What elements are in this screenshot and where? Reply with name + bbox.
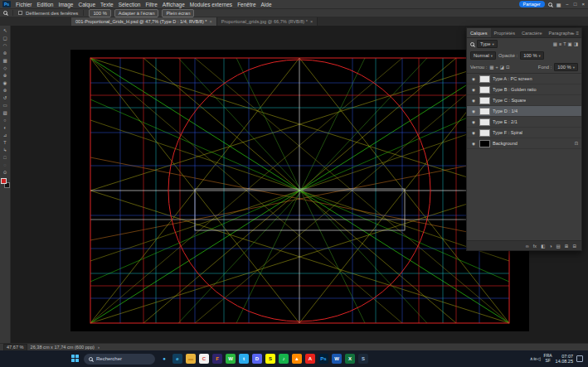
scroll-all-windows-checkbox[interactable] <box>18 11 22 15</box>
photoshop-icon[interactable]: Ps <box>318 354 328 364</box>
steam-icon[interactable]: S <box>358 354 368 364</box>
layer-row[interactable]: ◉ Type B : Golden ratio <box>467 85 581 95</box>
visibility-eye-icon[interactable]: ◉ <box>470 109 477 113</box>
close-button[interactable]: × <box>581 2 586 7</box>
panel-collapse-icon[interactable]: » <box>571 31 574 36</box>
whatsapp-icon[interactable]: W <box>226 354 236 364</box>
taskbar-search[interactable]: Rechercher <box>84 354 155 365</box>
document-tab-jpg[interactable]: Proportional_grids.jpg @ 66,7% (RVB/8) *… <box>217 17 318 26</box>
zoom-100-button[interactable]: 100 % <box>89 9 110 17</box>
minimize-button[interactable]: − <box>565 2 570 7</box>
menu-item[interactable]: Calque <box>75 2 98 7</box>
panel-menu-icon[interactable]: ≡ <box>576 31 579 36</box>
word-icon[interactable]: W <box>332 354 342 364</box>
adjustment-layer-icon[interactable]: ◑ <box>549 244 552 249</box>
pen-tool[interactable]: ⊿ <box>1 131 10 138</box>
lock-transparency-icon[interactable]: ▦ <box>489 65 493 70</box>
artboard[interactable] <box>70 50 529 331</box>
telegram-icon[interactable]: t <box>239 354 249 364</box>
visibility-eye-icon[interactable]: ◉ <box>470 88 477 92</box>
fit-screen-button[interactable]: Adapter à l'écran <box>114 9 159 17</box>
full-screen-button[interactable]: Plein écran <box>162 9 194 17</box>
layer-effects-icon[interactable]: fx <box>533 244 537 249</box>
zoom-tool[interactable]: ⊙ <box>1 168 10 176</box>
eraser-tool[interactable]: ▭ <box>1 101 10 109</box>
foreground-color-swatch[interactable] <box>1 178 7 184</box>
tab-close-icon[interactable]: × <box>210 19 212 24</box>
clock[interactable]: 07:07 14.08.25 <box>556 354 573 365</box>
panel-tab-calques[interactable]: Calques <box>467 28 491 37</box>
blur-tool[interactable]: ○ <box>1 116 10 123</box>
layer-row[interactable]: ◉ Type E : 2/1 <box>467 117 581 128</box>
menu-item[interactable]: Affichage <box>160 2 187 7</box>
visibility-eye-icon[interactable]: ◉ <box>470 77 477 81</box>
status-chevron-icon[interactable]: › <box>98 345 100 350</box>
history-brush-tool[interactable]: ↺ <box>1 94 10 101</box>
eyedropper-tool[interactable]: ◇ <box>1 64 10 71</box>
firefox-icon[interactable]: F <box>212 354 222 364</box>
chrome-icon[interactable]: C <box>199 354 209 364</box>
gradient-tool[interactable]: ▨ <box>1 109 10 116</box>
document-tab-psd[interactable]: 001-Proportional_Grids_H.psd @ 47,7% (Ty… <box>71 17 217 26</box>
visibility-eye-icon[interactable]: ◉ <box>470 120 477 124</box>
copilot-icon[interactable]: ● <box>159 354 169 364</box>
menu-item[interactable]: Filtre <box>143 2 159 7</box>
brush-tool[interactable]: ◉ <box>1 79 10 86</box>
filter-shape-layers-icon[interactable]: ▣ <box>568 41 572 46</box>
new-layer-icon[interactable]: ⊞ <box>565 244 569 249</box>
discord-icon[interactable]: D <box>252 354 262 364</box>
snapchat-icon[interactable]: S <box>265 354 275 364</box>
filter-adjustment-layers-icon[interactable]: ≡ <box>559 41 561 46</box>
delete-layer-icon[interactable]: ⊟ <box>572 244 576 249</box>
path-selection-tool[interactable]: ↳ <box>1 146 10 153</box>
type-tool[interactable]: T <box>1 138 10 146</box>
lasso-tool[interactable]: ◠ <box>1 41 10 49</box>
fill-select[interactable]: 100 % ▾ <box>554 63 578 71</box>
move-tool[interactable]: ↖ <box>1 27 10 34</box>
lock-all-icon[interactable]: ⊡ <box>506 65 510 70</box>
volume-icon[interactable]: ◁ <box>537 356 540 361</box>
menu-item[interactable]: Image <box>56 2 75 7</box>
visibility-eye-icon[interactable]: ◉ <box>470 99 477 103</box>
filter-type-layers-icon[interactable]: T <box>563 41 566 46</box>
quick-selection-tool[interactable]: ⊚ <box>1 49 10 56</box>
visibility-eye-icon[interactable]: ◉ <box>470 131 477 135</box>
panel-tab-caractere[interactable]: Caractère <box>518 28 546 37</box>
filter-smart-objects-icon[interactable]: ◨ <box>574 41 578 46</box>
share-button[interactable]: Partager <box>519 1 545 7</box>
language-indicator[interactable]: FRA SF <box>544 354 552 364</box>
menu-item[interactable]: Texte <box>98 2 116 7</box>
hand-tool[interactable]: ◌ <box>1 161 10 168</box>
vlc-icon[interactable]: ▲ <box>292 354 302 364</box>
maximize-button[interactable]: □ <box>573 2 578 7</box>
layer-row[interactable]: ◉ Background ⊡ <box>467 138 581 149</box>
layer-mask-icon[interactable]: ◧ <box>541 244 545 249</box>
opacity-select[interactable]: 100 % ▾ <box>520 51 544 60</box>
menu-item[interactable]: Fichier <box>13 2 35 7</box>
healing-brush-tool[interactable]: ⊕ <box>1 71 10 79</box>
artboard-svg[interactable] <box>70 50 529 331</box>
menu-item[interactable]: Fenêtre <box>235 2 258 7</box>
clone-stamp-tool[interactable]: ⊛ <box>1 86 10 94</box>
layer-row[interactable]: ◉ Type A : PC screen <box>467 74 581 85</box>
menu-item[interactable]: Sélection <box>116 2 143 7</box>
layer-group-icon[interactable]: ▤ <box>556 244 561 249</box>
link-layers-icon[interactable]: ∞ <box>526 244 529 249</box>
marquee-tool[interactable]: ▢ <box>1 34 10 41</box>
adobe-icon[interactable]: A <box>305 354 315 364</box>
visibility-eye-icon[interactable]: ◉ <box>470 142 477 146</box>
search-icon[interactable] <box>548 2 552 7</box>
edge-icon[interactable]: e <box>173 354 182 364</box>
layer-row[interactable]: ◉ Type C : Square <box>467 95 581 106</box>
dodge-tool[interactable]: ◐ <box>1 123 10 131</box>
excel-icon[interactable]: X <box>345 354 355 364</box>
tab-close-icon[interactable]: × <box>310 19 313 24</box>
layer-row[interactable]: ◉ Type D : 1/4 <box>467 106 581 117</box>
panel-tab-proprietes[interactable]: Propriétés <box>491 28 519 37</box>
menu-item[interactable]: Edition <box>35 2 56 7</box>
lock-artboard-icon[interactable]: ◪ <box>500 65 504 70</box>
layer-row[interactable]: ◉ Type F : Spiral <box>467 128 581 138</box>
shape-tool[interactable]: □ <box>1 153 10 161</box>
blend-mode-select[interactable]: Normal ▾ <box>470 51 496 60</box>
start-button[interactable] <box>71 355 80 363</box>
